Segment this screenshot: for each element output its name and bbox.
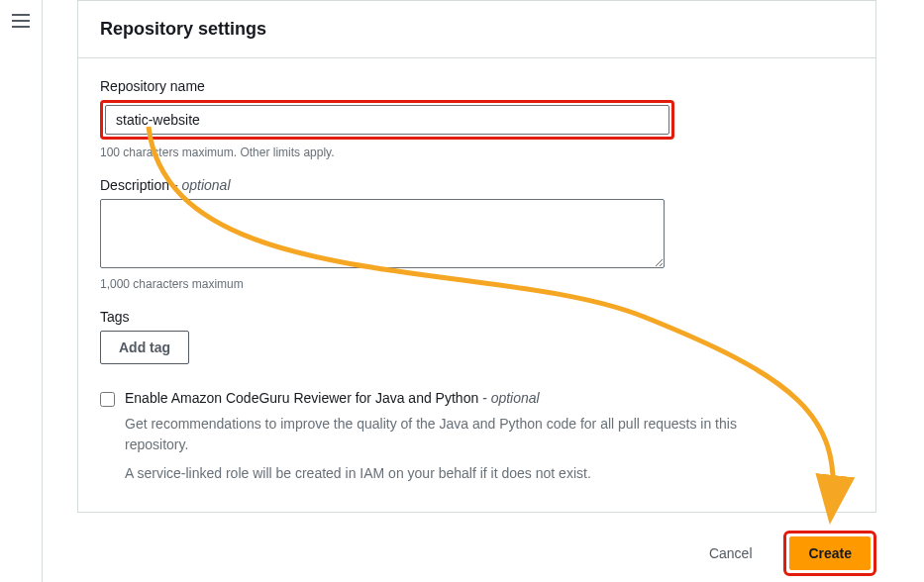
repository-name-label: Repository name: [100, 78, 854, 94]
sidebar-divider: [42, 0, 43, 582]
tags-field: Tags Add tag: [100, 309, 854, 364]
codeguru-desc-2: A service-linked role will be created in…: [125, 463, 778, 484]
tags-label: Tags: [100, 309, 854, 325]
codeguru-desc-1: Get recommendations to improve the quali…: [125, 414, 778, 455]
description-label: Description - optional: [100, 177, 854, 193]
create-button-highlight: Create: [783, 531, 876, 576]
repository-name-input[interactable]: [105, 105, 669, 135]
codeguru-optional: - optional: [482, 390, 540, 406]
page-content: Repository settings Repository name 100 …: [77, 0, 876, 576]
repository-name-hint: 100 characters maximum. Other limits app…: [100, 146, 854, 159]
repository-name-field: Repository name 100 characters maximum. …: [100, 78, 854, 159]
page-title: Repository settings: [100, 19, 854, 40]
cancel-button[interactable]: Cancel: [691, 537, 770, 569]
codeguru-checkbox[interactable]: [100, 392, 115, 407]
repository-settings-panel: Repository settings Repository name 100 …: [77, 0, 876, 513]
description-textarea[interactable]: [100, 199, 665, 268]
codeguru-row: Enable Amazon CodeGuru Reviewer for Java…: [100, 390, 854, 484]
add-tag-button[interactable]: Add tag: [100, 331, 189, 364]
panel-header: Repository settings: [78, 1, 875, 58]
description-optional: - optional: [173, 177, 231, 193]
repository-name-highlight: [100, 100, 674, 140]
hamburger-menu-icon[interactable]: [12, 14, 30, 28]
codeguru-label: Enable Amazon CodeGuru Reviewer for Java…: [125, 390, 778, 406]
action-bar: Cancel Create: [77, 531, 876, 576]
create-button[interactable]: Create: [789, 536, 871, 570]
description-field: Description - optional 1,000 characters …: [100, 177, 854, 291]
description-hint: 1,000 characters maximum: [100, 277, 854, 291]
